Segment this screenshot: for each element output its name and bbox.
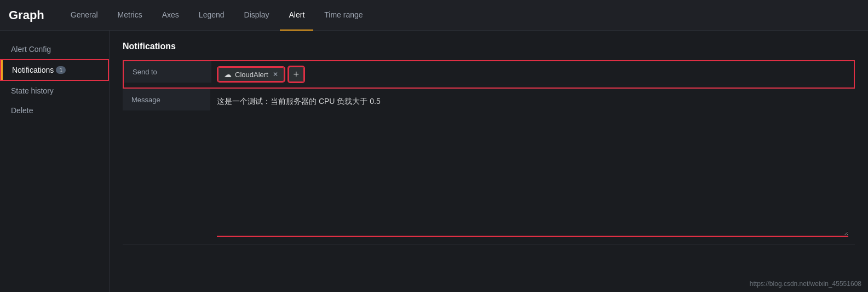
cloudalert-tag[interactable]: ☁ CloudAlert ✕	[218, 67, 284, 81]
tag-close-button[interactable]: ✕	[273, 71, 278, 78]
sidebar-item-alert-config[interactable]: Alert Config	[0, 39, 109, 59]
message-value	[210, 89, 855, 244]
panel-area: Notifications Send to ☁ CloudAlert ✕ +	[110, 31, 868, 292]
tab-axes[interactable]: Axes	[153, 0, 188, 31]
send-to-container: ☁ CloudAlert ✕ +	[218, 67, 847, 82]
app-title: Graph	[9, 8, 44, 22]
top-nav: Graph General Metrics Axes Legend Displa…	[0, 0, 868, 31]
footer-link: https://blog.csdn.net/weixin_45551608	[750, 280, 861, 288]
send-to-row: Send to ☁ CloudAlert ✕ +	[123, 60, 855, 89]
tab-alert[interactable]: Alert	[280, 0, 313, 31]
send-to-value: ☁ CloudAlert ✕ +	[211, 61, 854, 87]
send-to-label: Send to	[124, 61, 211, 83]
message-label: Message	[123, 89, 210, 110]
sidebar: Alert Config Notifications 1 State histo…	[0, 31, 110, 292]
section-title: Notifications	[123, 42, 855, 51]
main-content: Alert Config Notifications 1 State histo…	[0, 31, 868, 292]
tab-legend[interactable]: Legend	[190, 0, 233, 31]
message-textarea[interactable]	[217, 95, 848, 237]
sidebar-item-notifications[interactable]: Notifications 1	[0, 59, 109, 81]
notifications-badge: 1	[56, 66, 66, 74]
tab-display[interactable]: Display	[235, 0, 278, 31]
tag-label: CloudAlert	[235, 71, 268, 79]
sidebar-item-delete[interactable]: Delete	[0, 101, 109, 120]
message-row: Message	[123, 89, 855, 244]
tab-metrics[interactable]: Metrics	[109, 0, 151, 31]
notifications-section: Notifications Send to ☁ CloudAlert ✕ +	[110, 31, 868, 255]
tab-time-range[interactable]: Time range	[315, 0, 371, 31]
tab-general[interactable]: General	[62, 0, 107, 31]
add-channel-button[interactable]: +	[289, 67, 304, 82]
sidebar-item-state-history[interactable]: State history	[0, 81, 109, 101]
nav-tabs: General Metrics Axes Legend Display Aler…	[62, 0, 372, 30]
cloud-icon: ☁	[224, 70, 232, 79]
